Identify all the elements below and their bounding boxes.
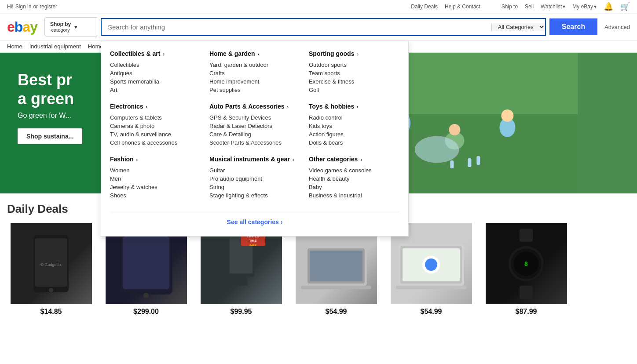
electronics-arrow-icon: › <box>146 104 147 109</box>
logo-a: a <box>22 19 30 35</box>
svg-point-5 <box>449 124 461 135</box>
men-item[interactable]: Men <box>110 175 201 183</box>
notification-bell-icon[interactable]: 🔔 <box>604 2 613 11</box>
svg-rect-35 <box>396 286 466 289</box>
scooter-parts-item[interactable]: Scooter Parts & Accessories <box>209 138 300 147</box>
register-link[interactable]: register <box>40 4 57 10</box>
cart-icon[interactable]: 🛒 <box>620 2 630 11</box>
string-item[interactable]: String <box>209 183 300 191</box>
deal-image-1[interactable]: © Gadgetfix <box>11 223 92 304</box>
svg-rect-29 <box>301 286 371 289</box>
pro-audio-item[interactable]: Pro audio equipment <box>209 175 300 183</box>
watch-img-svg: 8 <box>500 229 553 299</box>
toys-hobbies-arrow-icon: › <box>357 104 359 109</box>
svg-point-18 <box>143 293 149 298</box>
electronics-header[interactable]: Electronics › <box>110 103 201 110</box>
health-beauty-item[interactable]: Health & beauty <box>309 175 399 183</box>
advanced-link[interactable]: Advanced <box>604 24 630 30</box>
baby-item[interactable]: Baby <box>309 183 399 191</box>
logo-b: b <box>15 19 23 35</box>
antiques-item[interactable]: Antiques <box>110 69 201 77</box>
sports-memorabilia-item[interactable]: Sports memorabilia <box>110 77 201 86</box>
ship-to-link[interactable]: Ship to <box>502 4 518 10</box>
deal-image-6[interactable]: 8 <box>486 223 567 304</box>
musical-instruments-header[interactable]: Musical instruments & gear › <box>209 156 300 163</box>
action-figures-item[interactable]: Action figures <box>309 130 399 138</box>
nav-home[interactable]: Home <box>7 43 22 50</box>
search-input[interactable] <box>102 19 491 35</box>
shop-by-button[interactable]: Shop by category ▾ <box>44 17 97 36</box>
auto-parts-section: Auto Parts & Accessories › GPS & Securit… <box>209 103 300 147</box>
nav-industrial[interactable]: Industrial equipment <box>29 43 81 50</box>
golf-item[interactable]: Golf <box>309 86 399 94</box>
hero-shop-button[interactable]: Shop sustaina... <box>18 128 82 144</box>
deal-card-3: LIMITED TIME SALE $99.95 <box>197 223 285 316</box>
toys-hobbies-section: Toys & hobbies › Radio control Kids toys… <box>309 103 399 147</box>
deal-card-1: © Gadgetfix $14.85 <box>7 223 95 316</box>
auto-parts-header[interactable]: Auto Parts & Accessories › <box>209 103 300 110</box>
radar-laser-item[interactable]: Radar & Laser Detectors <box>209 122 300 130</box>
see-all-categories[interactable]: See all categories › <box>110 212 399 227</box>
yard-garden-item[interactable]: Yard, garden & outdoor <box>209 61 300 69</box>
care-detailing-item[interactable]: Care & Detailing <box>209 130 300 138</box>
daily-deals-link[interactable]: Daily Deals <box>411 4 438 10</box>
header: ebay Shop by category ▾ All Categories S… <box>0 14 637 40</box>
toys-hobbies-header[interactable]: Toys & hobbies › <box>309 103 399 110</box>
fashion-header[interactable]: Fashion › <box>110 156 201 163</box>
stage-lighting-item[interactable]: Stage lighting & effects <box>209 191 300 200</box>
outdoor-sports-item[interactable]: Outdoor sports <box>309 61 399 69</box>
radio-control-item[interactable]: Radio control <box>309 113 399 122</box>
svg-point-8 <box>415 136 459 163</box>
business-industrial-item[interactable]: Business & industrial <box>309 191 399 200</box>
phone-img-svg: © Gadgetfix <box>29 233 73 295</box>
svg-rect-37 <box>520 286 533 299</box>
help-contact-link[interactable]: Help & Contact <box>445 4 480 10</box>
collectibles-item[interactable]: Collectibles <box>110 61 201 69</box>
home-garden-arrow-icon: › <box>257 51 259 57</box>
dolls-bears-item[interactable]: Dolls & bears <box>309 138 399 147</box>
collectibles-header[interactable]: Collectibles & art › <box>110 50 201 57</box>
home-garden-header[interactable]: Home & garden › <box>209 50 300 57</box>
deal-price-2: $299.00 <box>133 308 159 316</box>
sell-top-link[interactable]: Sell <box>525 4 534 10</box>
svg-rect-28 <box>310 251 362 281</box>
guitar-item[interactable]: Guitar <box>209 166 300 175</box>
other-categories-header[interactable]: Other categories › <box>309 156 399 163</box>
desktop-img-svg: LIMITED TIME SALE <box>215 229 267 299</box>
tv-audio-item[interactable]: TV, audio & surveillance <box>110 130 201 138</box>
category-select[interactable]: All Categories <box>491 23 545 31</box>
women-item[interactable]: Women <box>110 166 201 175</box>
sporting-goods-section: Sporting goods › Outdoor sports Team spo… <box>309 50 399 94</box>
art-item[interactable]: Art <box>110 86 201 94</box>
other-categories-arrow-icon: › <box>360 157 362 162</box>
auto-parts-arrow-icon: › <box>287 104 289 109</box>
dropdown-col-3: Sporting goods › Outdoor sports Team spo… <box>309 50 399 208</box>
jewelry-watches-item[interactable]: Jewelry & watches <box>110 183 201 191</box>
deal-card-4: $54.99 <box>292 223 380 316</box>
musical-instruments-section: Musical instruments & gear › Guitar Pro … <box>209 156 300 200</box>
sign-in-link[interactable]: Sign in <box>15 4 32 10</box>
cell-phones-item[interactable]: Cell phones & accessories <box>110 138 201 147</box>
fashion-section: Fashion › Women Men Jewelry & watches Sh… <box>110 156 201 200</box>
cameras-photo-item[interactable]: Cameras & photo <box>110 122 201 130</box>
gps-security-item[interactable]: GPS & Security Devices <box>209 113 300 122</box>
shop-by-sub: category <box>50 27 71 33</box>
svg-text:SALE: SALE <box>249 244 256 247</box>
myebay-dropdown[interactable]: My eBay ▾ <box>572 4 597 10</box>
category-dropdown: Collectibles & art › Collectibles Antiqu… <box>101 41 409 237</box>
chromebook-img-svg <box>396 237 466 290</box>
sporting-goods-header[interactable]: Sporting goods › <box>309 50 399 57</box>
video-games-item[interactable]: Video games & consoles <box>309 166 399 175</box>
shoes-item[interactable]: Shoes <box>110 191 201 200</box>
exercise-fitness-item[interactable]: Exercise & fitness <box>309 77 399 86</box>
team-sports-item[interactable]: Team sports <box>309 69 399 77</box>
computers-tablets-item[interactable]: Computers & tablets <box>110 113 201 122</box>
pet-supplies-item[interactable]: Pet supplies <box>209 86 300 94</box>
home-improvement-item[interactable]: Home improvement <box>209 77 300 86</box>
svg-point-15 <box>49 288 53 292</box>
hero-subtitle: Go green for W... <box>18 112 82 120</box>
crafts-item[interactable]: Crafts <box>209 69 300 77</box>
watchlist-dropdown[interactable]: Watchlist ▾ <box>541 4 565 10</box>
kids-toys-item[interactable]: Kids toys <box>309 122 399 130</box>
search-button[interactable]: Search <box>549 18 597 35</box>
